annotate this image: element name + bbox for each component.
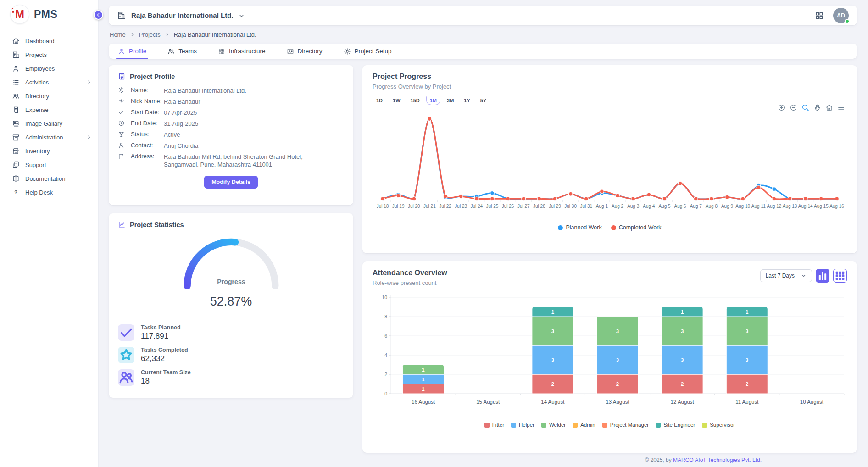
sidebar-item-image-gallary[interactable]: Image Gallary (0, 117, 98, 130)
range-button-1d[interactable]: 1D (373, 96, 386, 105)
legend-admin[interactable]: Admin (573, 422, 595, 428)
svg-text:10: 10 (382, 295, 387, 300)
app-logo: M PMS (0, 0, 98, 28)
svg-text:Jul 18: Jul 18 (377, 204, 389, 209)
tab-directory[interactable]: Directory (287, 44, 323, 59)
svg-text:Jul 28: Jul 28 (533, 204, 545, 209)
range-button-1y[interactable]: 1Y (460, 96, 473, 105)
pan-icon[interactable] (813, 104, 821, 111)
sidebar-item-help-desk[interactable]: ?Help Desk (0, 185, 98, 199)
field-label: Nick Name: (131, 98, 164, 105)
progress-card-title: Project Progress (373, 72, 847, 81)
menu-icon[interactable] (837, 104, 845, 111)
toggle-column-chart-icon[interactable] (816, 269, 829, 283)
svg-text:Jul 19: Jul 19 (392, 204, 405, 209)
project-statistics-card: Project Statistics Progress 52.87% Tasks… (109, 213, 353, 398)
selection-zoom-icon (801, 104, 809, 111)
range-button-3m[interactable]: 3M (443, 96, 457, 105)
legend-marker (656, 423, 661, 428)
sidebar-item-employees[interactable]: Employees (0, 61, 98, 75)
chart-line-icon (118, 221, 126, 228)
svg-text:Jul 22: Jul 22 (439, 204, 451, 209)
zoom-in-icon[interactable] (778, 104, 785, 111)
svg-text:10 August: 10 August (800, 399, 824, 405)
legend-label: Completed Work (619, 224, 662, 231)
tab-bar: ProfileTeamsInfrastructureDirectoryProje… (109, 44, 857, 59)
sidebar-item-label: Employees (25, 65, 92, 72)
sidebar-item-inventory[interactable]: Inventory (0, 144, 98, 158)
tab-project-setup[interactable]: Project Setup (344, 44, 392, 59)
statistics-rows: Tasks Planned117,891 Tasks Completed62,3… (118, 324, 344, 386)
progress-percent: 52.87% (118, 295, 344, 309)
chevron-down-icon[interactable] (238, 12, 245, 19)
svg-text:Aug 4: Aug 4 (643, 204, 655, 209)
svg-text:Jul 30: Jul 30 (564, 204, 577, 209)
range-button-5y[interactable]: 5Y (477, 96, 490, 105)
sidebar-collapse-button[interactable] (94, 10, 103, 20)
sidebar-item-administration[interactable]: Administration (0, 130, 98, 144)
range-button-15d[interactable]: 15D (407, 96, 423, 105)
flag-icon (118, 153, 125, 160)
sidebar-item-support[interactable]: Support (0, 158, 98, 172)
legend-welder[interactable]: Welder (541, 422, 566, 428)
legend-marker (611, 225, 616, 230)
zoom-out-icon[interactable] (790, 104, 797, 111)
sidebar-item-directory[interactable]: Directory (0, 89, 98, 103)
copy-icon (12, 161, 20, 169)
building-icon (117, 11, 126, 20)
svg-text:2: 2 (551, 381, 554, 387)
range-button-1m[interactable]: 1M (426, 96, 440, 105)
legend-planned-work[interactable]: Planned Work (558, 224, 601, 231)
modify-details-button[interactable]: Modify Details (204, 176, 258, 189)
people-icon (167, 48, 175, 55)
svg-text:1: 1 (422, 367, 425, 372)
field-label: End Date: (131, 120, 164, 127)
gauge-arc: Progress (171, 234, 291, 290)
breadcrumb-home[interactable]: Home (110, 31, 126, 38)
user-avatar[interactable]: AD (833, 8, 849, 23)
sidebar-item-projects[interactable]: Projects (0, 48, 98, 61)
svg-text:0: 0 (384, 391, 387, 396)
sidebar-item-expense[interactable]: Expense (0, 103, 98, 117)
sidebar-item-dashboard[interactable]: Dashboard (0, 34, 98, 48)
legend-supervisor[interactable]: Supervisor (702, 422, 735, 428)
tab-infrastructure[interactable]: Infrastructure (218, 44, 266, 59)
sidebar-item-label: Documentation (25, 175, 92, 182)
project-progress-line-chart: Jul 18Jul 19Jul 20Jul 21Jul 22Jul 23Jul … (373, 108, 847, 222)
menu-icon (837, 104, 845, 111)
idcard-icon (287, 48, 294, 55)
circle-dot-icon (118, 120, 125, 127)
home-icon[interactable] (825, 104, 833, 111)
sidebar-item-documentation[interactable]: Documentation (0, 172, 98, 185)
field-value: Raja Bahadur (164, 98, 329, 106)
legend-project-manager[interactable]: Project Manager (602, 422, 649, 428)
range-button-1w[interactable]: 1W (389, 96, 404, 105)
page-footer: © 2025, by MARCO AIoT Technologies Pvt. … (109, 453, 857, 467)
svg-text:Jul 29: Jul 29 (549, 204, 561, 209)
legend-marker (484, 423, 490, 428)
apps-grid-icon[interactable] (815, 11, 824, 20)
legend-helper[interactable]: Helper (511, 422, 534, 428)
sidebar-item-activities[interactable]: Activities (0, 75, 98, 89)
tab-teams[interactable]: Teams (167, 44, 197, 59)
toggle-table-icon[interactable] (833, 269, 847, 283)
breadcrumb-projects[interactable]: Projects (139, 31, 161, 38)
footer-company-link[interactable]: MARCO AIoT Technologies Pvt. Ltd. (673, 457, 762, 463)
svg-text:3: 3 (616, 357, 619, 363)
attendance-bar-chart: 024681016 August11115 August14 August233… (373, 289, 847, 418)
tab-profile[interactable]: Profile (118, 44, 146, 59)
svg-text:16 August: 16 August (412, 399, 435, 405)
legend-site-engineer[interactable]: Site Engineer (656, 422, 695, 428)
svg-text:3: 3 (746, 328, 748, 334)
svg-text:1: 1 (551, 309, 555, 315)
profile-fields: Name:Raja Bahadur International Ltd.Nick… (118, 87, 344, 168)
selection-zoom-icon[interactable] (801, 104, 809, 111)
legend-completed-work[interactable]: Completed Work (611, 224, 662, 231)
sidebar-item-label: Projects (25, 51, 92, 58)
building-icon (118, 72, 126, 80)
chevron-left-icon (95, 11, 102, 19)
svg-text:3: 3 (551, 328, 554, 334)
date-range-select[interactable]: Last 7 Days (760, 269, 812, 282)
project-selector-label[interactable]: Raja Bahadur International Ltd. (131, 11, 234, 19)
legend-fitter[interactable]: Fitter (484, 422, 504, 428)
